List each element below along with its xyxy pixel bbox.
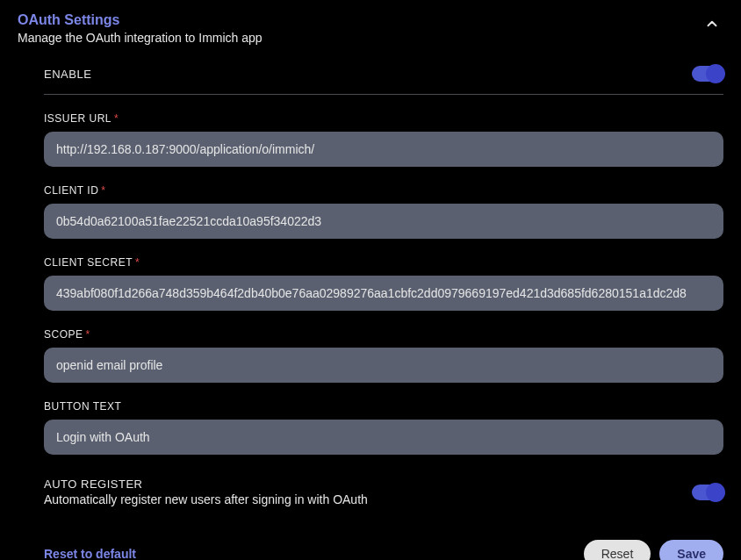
scope-input[interactable] xyxy=(44,348,723,383)
button-text-label: BUTTON TEXT xyxy=(44,400,723,413)
client-secret-input[interactable] xyxy=(44,276,723,311)
issuer-url-label: ISSUER URL* xyxy=(44,112,723,125)
save-button[interactable]: Save xyxy=(659,540,723,560)
reset-button[interactable]: Reset xyxy=(584,540,651,560)
client-id-input[interactable] xyxy=(44,204,723,239)
required-marker: * xyxy=(86,328,90,341)
issuer-url-input[interactable] xyxy=(44,132,723,167)
enable-label: ENABLE xyxy=(44,68,91,81)
required-marker: * xyxy=(135,256,140,269)
enable-toggle[interactable] xyxy=(692,66,723,82)
chevron-up-icon[interactable] xyxy=(701,12,723,35)
auto-register-label: AUTO REGISTER xyxy=(44,477,368,491)
scope-label: SCOPE* xyxy=(44,328,723,341)
client-secret-label: CLIENT SECRET* xyxy=(44,256,723,269)
client-id-label: CLIENT ID* xyxy=(44,184,723,197)
required-marker: * xyxy=(114,112,119,125)
page-subtitle: Manage the OAuth integration to Immich a… xyxy=(18,31,263,45)
required-marker: * xyxy=(101,184,105,197)
auto-register-description: Automatically register new users after s… xyxy=(44,492,368,506)
reset-to-default-link[interactable]: Reset to default xyxy=(44,547,136,560)
auto-register-toggle[interactable] xyxy=(692,485,723,500)
page-title: OAuth Settings xyxy=(18,12,263,28)
button-text-input[interactable] xyxy=(44,420,723,455)
